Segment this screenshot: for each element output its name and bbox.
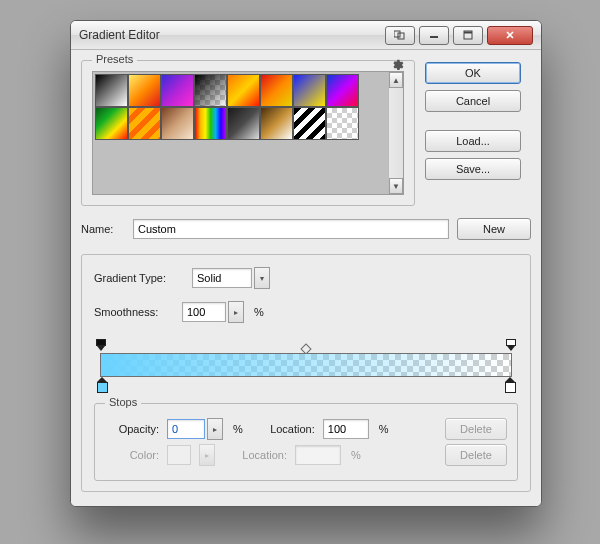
scroll-down-icon[interactable]: ▼ — [389, 178, 403, 194]
color-stop-left[interactable] — [96, 377, 108, 393]
stops-legend: Stops — [105, 396, 141, 408]
close-button[interactable] — [487, 26, 533, 45]
preset-swatch[interactable] — [260, 74, 293, 107]
preset-swatch[interactable] — [227, 107, 260, 140]
preset-swatch[interactable] — [95, 107, 128, 140]
preset-swatch[interactable] — [293, 74, 326, 107]
preset-swatch[interactable] — [194, 107, 227, 140]
presets-scrollbar[interactable]: ▲ ▼ — [388, 72, 403, 194]
svg-rect-3 — [464, 31, 472, 39]
name-input[interactable] — [133, 219, 449, 239]
dialog-buttons: OK Cancel Load... Save... — [425, 62, 521, 180]
stop-color-swatch — [167, 445, 191, 465]
preset-swatch[interactable] — [95, 74, 128, 107]
chevron-down-icon[interactable]: ▾ — [254, 267, 270, 289]
smoothness-stepper[interactable]: ▸ — [182, 301, 244, 323]
preset-swatch[interactable] — [194, 74, 227, 107]
presets-panel: Presets ▲ ▼ — [81, 60, 415, 206]
stop-location-input[interactable] — [323, 419, 369, 439]
gradient-settings-panel: Gradient Type: ▾ Smoothness: ▸ % — [81, 254, 531, 492]
svg-line-6 — [507, 32, 513, 38]
maximize-button[interactable] — [453, 26, 483, 45]
delete-color-stop-button[interactable]: Delete — [445, 444, 507, 466]
minimize-button[interactable] — [419, 26, 449, 45]
window-title: Gradient Editor — [79, 28, 160, 42]
new-button[interactable]: New — [457, 218, 531, 240]
gradient-editor-window: Gradient Editor Presets — [70, 20, 542, 507]
gradient-type-select[interactable]: ▾ — [192, 267, 270, 289]
stop-opacity-label: Opacity: — [105, 423, 159, 435]
delete-opacity-stop-button[interactable]: Delete — [445, 418, 507, 440]
smoothness-suffix: % — [254, 306, 264, 318]
gradient-preview-bar[interactable] — [100, 353, 512, 377]
name-label: Name: — [81, 223, 125, 235]
stop-location2-suffix: % — [351, 449, 361, 461]
popout-button[interactable] — [385, 26, 415, 45]
stop-location-label: Location: — [261, 423, 315, 435]
stop-opacity-input[interactable] — [167, 419, 205, 439]
gradient-editor-area — [94, 337, 518, 393]
opacity-stop-right[interactable] — [506, 339, 516, 351]
presets-legend: Presets — [92, 53, 137, 65]
dialog-body: Presets ▲ ▼ OK Cancel — [71, 50, 541, 506]
preset-swatch[interactable] — [128, 107, 161, 140]
window-buttons — [385, 26, 533, 45]
preset-swatch[interactable] — [161, 74, 194, 107]
chevron-right-icon[interactable]: ▸ — [228, 301, 244, 323]
smoothness-input[interactable] — [182, 302, 226, 322]
preset-swatch-box: ▲ ▼ — [92, 71, 404, 195]
scroll-up-icon[interactable]: ▲ — [389, 72, 403, 88]
opacity-stop-left[interactable] — [96, 339, 106, 351]
svg-rect-0 — [394, 31, 400, 37]
stops-panel: Stops Opacity: ▸ % Location: % Delete — [94, 403, 518, 481]
preset-swatch[interactable] — [227, 74, 260, 107]
preset-swatch[interactable] — [326, 74, 359, 107]
stop-location2-label: Location: — [233, 449, 287, 461]
chevron-right-icon[interactable]: ▸ — [207, 418, 223, 440]
preset-swatch[interactable] — [293, 107, 326, 140]
svg-line-5 — [507, 32, 513, 38]
svg-rect-1 — [398, 33, 404, 39]
preset-swatch[interactable] — [260, 107, 293, 140]
stop-opacity-suffix: % — [233, 423, 243, 435]
preset-swatch[interactable] — [326, 107, 359, 140]
ok-button[interactable]: OK — [425, 62, 521, 84]
cancel-button[interactable]: Cancel — [425, 90, 521, 112]
save-button[interactable]: Save... — [425, 158, 521, 180]
gear-icon[interactable] — [390, 58, 404, 72]
smoothness-label: Smoothness: — [94, 306, 174, 318]
stop-location2-input — [295, 445, 341, 465]
preset-swatch[interactable] — [128, 74, 161, 107]
gradient-track[interactable] — [94, 337, 518, 393]
titlebar[interactable]: Gradient Editor — [71, 21, 541, 50]
chevron-right-icon: ▸ — [199, 444, 215, 466]
gradient-type-value[interactable] — [192, 268, 252, 288]
color-stop-right[interactable] — [504, 377, 516, 393]
stop-color-label: Color: — [105, 449, 159, 461]
gradient-type-label: Gradient Type: — [94, 272, 184, 284]
preset-swatch[interactable] — [161, 107, 194, 140]
load-button[interactable]: Load... — [425, 130, 521, 152]
stop-opacity-stepper[interactable]: ▸ — [167, 418, 223, 440]
stop-location-suffix: % — [379, 423, 389, 435]
